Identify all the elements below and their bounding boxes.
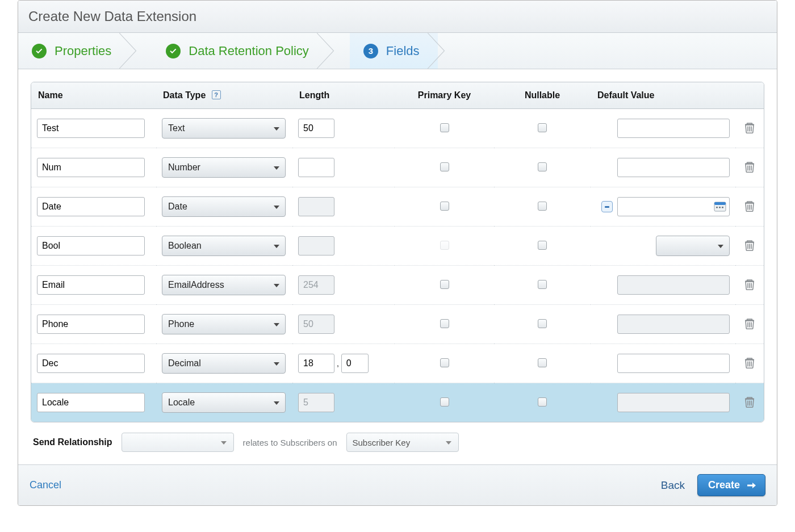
field-length-input [298,393,334,412]
svg-rect-11 [745,359,754,360]
wizard-arrow [129,33,152,69]
table-row[interactable]: Date [31,187,764,227]
field-length-input[interactable] [298,354,334,373]
nullable-checkbox[interactable] [538,162,547,171]
default-value-input[interactable] [617,158,730,177]
default-value-input[interactable] [617,354,730,373]
primary-key-checkbox[interactable] [440,280,449,289]
delete-row-button[interactable] [744,400,755,409]
field-length-input[interactable] [298,119,334,138]
primary-key-checkbox[interactable] [440,202,449,211]
svg-rect-8 [745,241,754,242]
fields-table-header: Name Data Type ? Length Primary Key Null… [31,82,764,109]
arrow-right-icon [746,480,757,491]
field-type-dropdown[interactable]: Number [162,157,286,178]
wizard-step-label: Data Retention Policy [189,44,309,58]
field-name-input[interactable] [37,158,145,177]
back-button[interactable]: Back [661,479,685,492]
delete-row-button[interactable] [744,244,755,253]
create-button-label: Create [708,479,740,491]
field-type-dropdown[interactable]: EmailAddress [162,275,286,295]
default-value-input[interactable] [617,119,730,138]
table-row[interactable]: Boolean [31,227,764,266]
field-type-dropdown[interactable]: Boolean [162,236,286,256]
col-length: Length [292,82,395,109]
field-length-input [298,197,334,216]
primary-key-checkbox[interactable] [440,358,449,367]
nullable-checkbox[interactable] [538,397,547,407]
default-value-dropdown[interactable] [656,236,730,256]
primary-key-checkbox[interactable] [440,123,449,132]
field-type-dropdown[interactable]: Text [162,118,286,139]
delete-row-button[interactable] [744,361,755,370]
svg-rect-1 [745,163,754,164]
nullable-checkbox[interactable] [538,123,547,132]
table-row[interactable]: Decimal , [31,344,764,383]
wizard-step-label: Properties [55,44,111,58]
field-name-input[interactable] [37,393,145,412]
field-name-input[interactable] [37,236,145,255]
titlebar: Create New Data Extension [18,1,777,33]
wizard-step-label: Fields [386,44,420,58]
delete-row-button[interactable] [744,322,755,331]
table-row[interactable]: Phone [31,305,764,344]
svg-rect-12 [745,398,754,399]
wizard-step-retention[interactable]: Data Retention Policy [152,33,327,69]
field-name-input[interactable] [37,315,145,334]
primary-key-checkbox[interactable] [440,319,449,328]
field-type-dropdown[interactable]: Phone [162,314,286,334]
col-datatype: Data Type ? [156,82,292,109]
table-row[interactable]: EmailAddress [31,266,764,305]
help-icon[interactable]: ? [212,90,221,99]
calendar-icon[interactable] [714,200,726,213]
primary-key-checkbox[interactable] [440,162,449,171]
field-name-input[interactable] [37,119,145,138]
cancel-button[interactable]: Cancel [30,479,61,491]
send-relationship-label: Send Relationship [33,437,112,447]
field-length-input[interactable] [298,158,334,177]
field-type-dropdown[interactable]: Locale [162,392,286,413]
default-value-input [617,315,730,334]
create-button[interactable]: Create [697,474,765,496]
svg-rect-9 [745,280,754,282]
wizard-step-fields[interactable]: 3 Fields [350,33,438,69]
nullable-checkbox[interactable] [538,202,547,211]
svg-rect-5 [719,207,721,208]
nullable-checkbox[interactable] [538,358,547,367]
send-relationship-attribute-dropdown[interactable] [122,433,234,452]
col-nullable: Nullable [494,82,591,109]
field-type-dropdown[interactable]: Decimal [162,353,286,374]
default-value-input [617,393,730,412]
table-row[interactable]: Locale [31,383,764,422]
date-default-toggle[interactable] [601,201,613,212]
svg-rect-3 [714,202,726,205]
field-name-input[interactable] [37,354,145,373]
svg-rect-4 [716,207,718,208]
col-pk: Primary Key [395,82,494,109]
col-name: Name [31,82,156,109]
nullable-checkbox[interactable] [538,241,547,250]
nullable-checkbox[interactable] [538,319,547,328]
delete-row-button[interactable] [744,165,755,174]
nullable-checkbox[interactable] [538,280,547,289]
fields-table: Name Data Type ? Length Primary Key Null… [31,82,764,422]
table-row[interactable]: Number [31,148,764,187]
table-row[interactable]: Text [31,109,764,148]
default-value-input[interactable] [617,197,730,216]
delete-row-button[interactable] [744,204,755,213]
delete-row-button[interactable] [744,126,755,135]
field-length-input [298,236,334,255]
send-relationship-target-dropdown[interactable]: Subscriber Key [346,433,459,452]
delete-row-button[interactable] [744,283,755,292]
field-length-input [298,315,334,334]
check-icon [166,44,181,58]
field-scale-input[interactable] [341,354,369,373]
send-relationship-note: relates to Subscribers on [243,438,337,447]
field-type-dropdown[interactable]: Date [162,196,286,217]
primary-key-checkbox [440,241,449,250]
field-name-input[interactable] [37,197,145,216]
wizard-steps: Properties Data Retention Policy 3 Field… [18,33,777,69]
wizard-step-properties[interactable]: Properties [18,33,129,69]
primary-key-checkbox[interactable] [440,397,449,407]
field-name-input[interactable] [37,275,145,295]
